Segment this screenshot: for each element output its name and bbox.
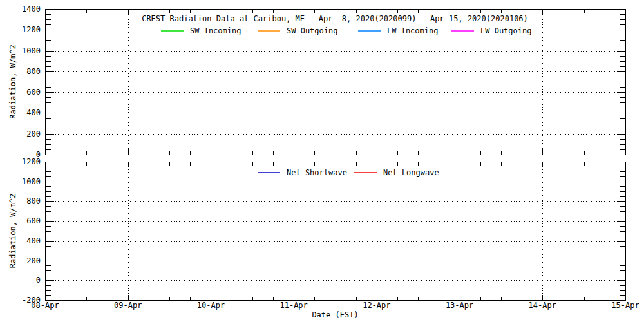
legend: SW IncomingSW OutgoingLW IncomingLW Outg… [161,26,531,35]
y-tick-label: 400 [26,236,41,245]
grid-dotted [45,162,625,300]
legend-label: Net Longwave [383,168,439,177]
legend-item-net-longwave: Net Longwave [354,168,439,177]
x-axis-title: Date (EST) [312,310,358,319]
legend-label: Net Shortwave [287,168,347,177]
legend-label: LW Outgoing [480,26,531,35]
x-tick-label: 15-Apr [611,301,639,310]
legend-item-sw-incoming: SW Incoming [161,26,241,35]
x-tick-label: 12-Apr [363,301,390,310]
y-tick-label: 400 [26,108,41,117]
x-axis-tick-labels: 08-Apr09-Apr10-Apr11-Apr12-Apr13-Apr14-A… [31,301,639,310]
x-tick-label: 09-Apr [114,301,142,310]
y-axis-tick-labels: 0200400600800100012001400 [22,5,41,159]
chart-title: CREST Radiation Data at Caribou, ME Apr … [142,14,528,23]
radiation-plots: 0200400600800100012001400Radiation, W/m^… [0,0,644,322]
y-tick-label: 600 [26,88,41,97]
y-tick-label: 600 [26,216,41,225]
legend-label: LW Incoming [387,26,438,35]
y-tick-label: 1000 [22,177,41,186]
x-tick-label: 14-Apr [529,301,556,310]
y-tick-label: 1200 [22,157,41,166]
x-tick-label: 11-Apr [279,301,307,310]
legend-item-lw-outgoing: LW Outgoing [451,26,531,35]
top-panel: 0200400600800100012001400Radiation, W/m^… [8,5,626,159]
legend-item-sw-outgoing: SW Outgoing [258,26,337,35]
bottom-panel: -200020040060080010001200Radiation, W/m^… [8,157,639,319]
y-tick-label: 200 [26,129,41,138]
plot-box [46,162,626,301]
radiation-chart-page: 0200400600800100012001400Radiation, W/m^… [0,0,644,322]
x-tick-label: 08-Apr [31,301,59,310]
y-tick-label: 1400 [22,5,41,14]
y-tick-label: 1200 [22,25,41,34]
axis-ticks [46,162,626,301]
legend-label: SW Outgoing [287,26,337,35]
legend: Net ShortwaveNet Longwave [258,168,439,177]
y-tick-label: 200 [26,256,41,265]
x-tick-label: 10-Apr [197,301,225,310]
legend-item-net-shortwave: Net Shortwave [258,168,347,177]
x-tick-label: 13-Apr [446,301,473,310]
legend-label: SW Incoming [190,26,241,35]
y-axis-title: Radiation, W/m^2 [8,44,17,119]
y-tick-label: 1000 [22,46,41,55]
y-tick-label: 800 [26,196,41,205]
y-axis-tick-labels: -200020040060080010001200 [22,157,41,305]
y-tick-label: 800 [26,67,41,76]
legend-item-lw-incoming: LW Incoming [358,26,438,35]
y-axis-title: Radiation, W/m^2 [8,194,17,269]
y-tick-label: 0 [36,276,41,285]
